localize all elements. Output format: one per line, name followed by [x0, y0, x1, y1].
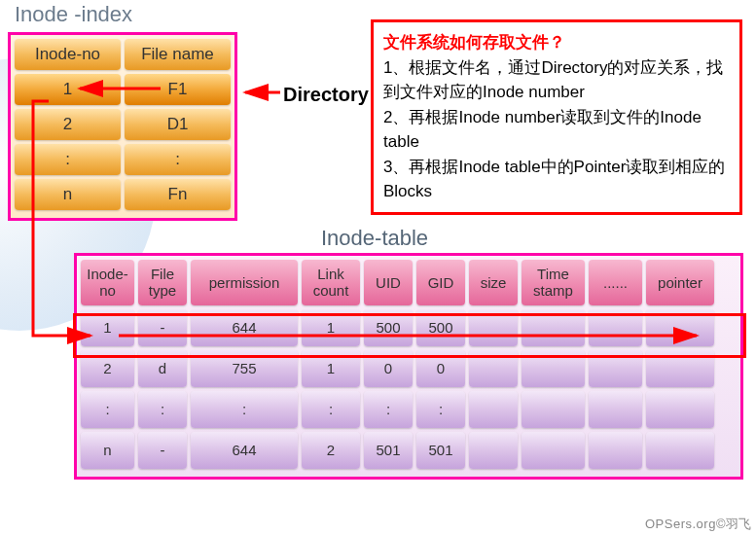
inode-table-cell: [646, 309, 714, 346]
index-cell-no-3: :: [15, 144, 121, 175]
inode-table-cell: 0: [416, 350, 465, 387]
inode-table-header-cell: Link count: [302, 260, 360, 305]
inode-table-header-row: Inode- noFile typepermissionLink countUI…: [81, 260, 737, 305]
index-cell-name-2: D1: [125, 109, 231, 140]
inode-table-row: ::::::: [81, 391, 737, 428]
inode-index-title: Inode -index: [15, 2, 132, 27]
inode-table-cell: [589, 350, 642, 387]
inode-table-header-cell: permission: [191, 260, 298, 305]
inode-table-cell: 501: [364, 432, 413, 469]
watermark: OPSers.org©羽飞: [645, 516, 752, 533]
index-row-3: : :: [15, 144, 231, 175]
inode-table-cell: 1: [302, 350, 360, 387]
inode-table-header-cell: Time stamp: [522, 260, 585, 305]
inode-table-row: n-6442501501: [81, 432, 737, 469]
inode-table-cell: 2: [81, 350, 134, 387]
index-header-row: Inode-no File name: [15, 39, 231, 70]
inode-table-cell: 500: [364, 309, 413, 346]
inode-table-header-cell: size: [469, 260, 518, 305]
inode-table-cell: [522, 432, 585, 469]
index-cell-no-1: 1: [15, 74, 121, 105]
inode-table-cell: :: [416, 391, 465, 428]
inode-table-cell: [646, 391, 714, 428]
inode-table-cell: :: [81, 391, 134, 428]
inode-table-cell: :: [191, 391, 298, 428]
inode-table-cell: [589, 391, 642, 428]
inode-table-cell: :: [364, 391, 413, 428]
explain-line3: 3、再根据Inode table中的Pointer读取到相应的Blocks: [383, 155, 730, 204]
index-header-no: Inode-no: [15, 39, 121, 70]
inode-table-cell: 1: [302, 309, 360, 346]
index-cell-name-4: Fn: [125, 179, 231, 210]
inode-table-title: Inode-table: [321, 226, 428, 251]
explain-title: 文件系统如何存取文件？: [383, 30, 730, 55]
inode-table-box: Inode- noFile typepermissionLink countUI…: [74, 253, 743, 480]
inode-table-cell: :: [138, 391, 187, 428]
inode-table-cell: 1: [81, 309, 134, 346]
inode-table-cell: [469, 391, 518, 428]
inode-table-cell: [469, 432, 518, 469]
index-row-2: 2 D1: [15, 109, 231, 140]
inode-table-cell: 500: [416, 309, 465, 346]
inode-table-row: 2d755100: [81, 350, 737, 387]
inode-table-cell: [646, 432, 714, 469]
inode-table-cell: -: [138, 309, 187, 346]
index-cell-no-2: 2: [15, 109, 121, 140]
inode-table-cell: n: [81, 432, 134, 469]
explain-line2: 2、再根据Inode number读取到文件的Inode table: [383, 105, 730, 155]
inode-table-cell: [469, 309, 518, 346]
inode-table-cell: 0: [364, 350, 413, 387]
inode-table-cell: [589, 432, 642, 469]
inode-table-cell: [646, 350, 714, 387]
inode-table-header-cell: Inode- no: [81, 260, 134, 305]
inode-table-cell: [522, 391, 585, 428]
inode-table-row: 1-6441500500: [81, 309, 737, 346]
inode-table-cell: [469, 350, 518, 387]
explanation-box: 文件系统如何存取文件？ 1、根据文件名，通过Directory的对应关系，找到文…: [371, 19, 742, 215]
inode-table-header-cell: pointer: [646, 260, 714, 305]
inode-table-cell: -: [138, 432, 187, 469]
index-row-1: 1 F1: [15, 74, 231, 105]
index-cell-name-1: F1: [125, 74, 231, 105]
inode-table-cell: [522, 350, 585, 387]
inode-table-cell: d: [138, 350, 187, 387]
inode-table-header-cell: GID: [416, 260, 465, 305]
inode-table-cell: 755: [191, 350, 298, 387]
inode-table-cell: 644: [191, 309, 298, 346]
inode-table-cell: 501: [416, 432, 465, 469]
inode-table-cell: 2: [302, 432, 360, 469]
inode-table-cell: 644: [191, 432, 298, 469]
inode-table-cell: [589, 309, 642, 346]
index-cell-name-3: :: [125, 144, 231, 175]
index-row-4: n Fn: [15, 179, 231, 210]
inode-table-header-cell: UID: [364, 260, 413, 305]
inode-table-header-cell: File type: [138, 260, 187, 305]
index-header-name: File name: [125, 39, 231, 70]
inode-table-header-cell: ......: [589, 260, 642, 305]
inode-table-cell: [522, 309, 585, 346]
explain-line1: 1、根据文件名，通过Directory的对应关系，找到文件对应的Inode nu…: [383, 55, 730, 105]
directory-label: Directory: [283, 84, 369, 106]
inode-table-cell: :: [302, 391, 360, 428]
inode-index-box: Inode-no File name 1 F1 2 D1 : : n Fn: [8, 32, 237, 221]
index-cell-no-4: n: [15, 179, 121, 210]
